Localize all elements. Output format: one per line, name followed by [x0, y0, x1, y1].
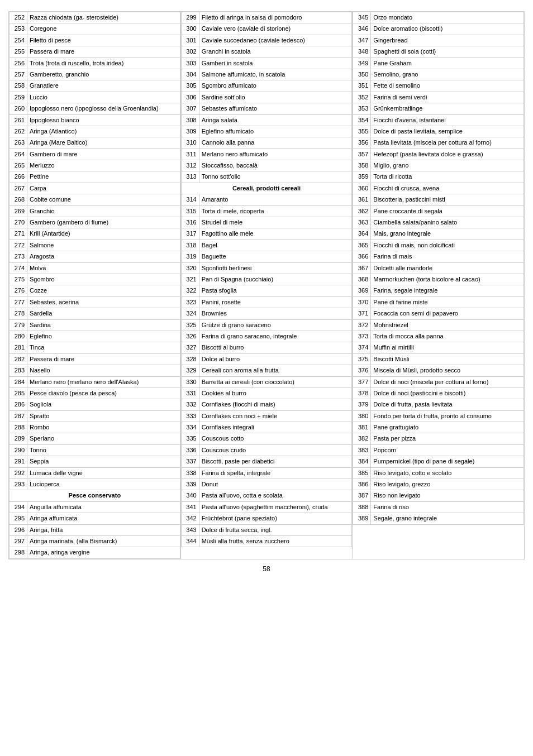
row-label: Aringa marinata, (alla Bismarck) [27, 535, 180, 547]
row-number: 329 [181, 365, 199, 376]
table-row: 301Caviale succedaneo (caviale tedesco) [181, 35, 352, 46]
row-number: 282 [9, 353, 27, 365]
row-number: 359 [353, 171, 371, 183]
row-number: 335 [181, 433, 199, 444]
row-label: Donut [199, 479, 352, 490]
row-label: Riso levigato, cotto e scolato [371, 467, 524, 479]
row-number: 283 [9, 365, 27, 376]
row-number: 280 [9, 331, 27, 342]
table-row: 361Biscotteria, pasticcini misti [353, 194, 524, 205]
row-label: Dolce aromatico (biscotti) [371, 23, 524, 35]
table-row: 314Amaranto [181, 194, 352, 205]
row-label: Sgombro [27, 274, 180, 285]
page-number: 58 [263, 565, 270, 573]
row-label: Cereali con aroma alla frutta [199, 365, 352, 376]
row-number: 286 [9, 399, 27, 410]
row-label: Luccio [27, 92, 180, 103]
table-row: 386Riso levigato, grezzo [353, 479, 524, 490]
row-label: Torta di mocca alla panna [371, 331, 524, 342]
row-label: Dolce di pasta lievitata, semplice [371, 126, 524, 137]
row-number: 322 [181, 285, 199, 296]
row-label: Panini, rosette [199, 296, 352, 308]
row-label: Strudel di mele [199, 217, 352, 228]
row-number: 380 [353, 410, 371, 422]
row-number: 271 [9, 228, 27, 240]
row-label: Aringa (Atlantico) [27, 126, 180, 137]
row-number: 389 [353, 513, 371, 524]
row-number: 356 [353, 137, 371, 149]
table-row: 373Torta di mocca alla panna [353, 331, 524, 342]
row-number: 294 [9, 501, 27, 513]
row-number: 279 [9, 319, 27, 331]
table-row: 323Panini, rosette [181, 296, 352, 308]
table-row: 374Muffin ai mirtilli [353, 342, 524, 353]
row-number: 370 [353, 296, 371, 308]
row-label: Sebastes affumicato [199, 103, 352, 114]
table-row: 288Rombo [9, 422, 180, 433]
table-row: 300Caviale vero (caviale di storione) [181, 23, 352, 35]
row-label: Mais, grano integrale [371, 228, 524, 240]
row-number: 275 [9, 274, 27, 285]
row-label: Pasta all'uovo (spaghettim maccheroni), … [199, 501, 352, 513]
table-row: 344Müsli alla frutta, senza zucchero [181, 535, 352, 547]
row-number: 313 [181, 171, 199, 183]
row-number: 315 [181, 205, 199, 217]
row-number: 296 [9, 524, 27, 535]
row-label: Salmone [27, 240, 180, 251]
row-label: Miscela di Müsli, prodotto secco [371, 365, 524, 376]
row-label: Dolce al burro [199, 353, 352, 365]
table-row: 262Aringa (Atlantico) [9, 126, 180, 137]
row-label: Salmone affumicato, in scatola [199, 69, 352, 80]
table-row: 334Cornflakes integrali [181, 422, 352, 433]
row-label: Cornflakes (fiocchi di mais) [199, 399, 352, 410]
table-row: 305Sgombro affumicato [181, 80, 352, 92]
row-number: 347 [353, 35, 371, 46]
row-label: Sgombro affumicato [199, 80, 352, 92]
row-number: 285 [9, 387, 27, 399]
row-number: 354 [353, 114, 371, 126]
row-label: Pasta lievitata (miscela per cottura al … [371, 137, 524, 149]
row-number: 343 [181, 524, 199, 535]
row-label: Lumaca delle vigne [27, 467, 180, 479]
row-label: Fette di semolino [371, 80, 524, 92]
table-row: 272Salmone [9, 240, 180, 251]
row-label: Biscotteria, pasticcini misti [371, 194, 524, 205]
row-number: 374 [353, 342, 371, 353]
row-number: 344 [181, 535, 199, 547]
row-label: Pane grattugiato [371, 422, 524, 433]
row-label: Pasta per pizza [371, 433, 524, 444]
section-header-cell: Pesce conservato [9, 490, 180, 501]
row-number: 338 [181, 467, 199, 479]
row-label: Aringa, fritta [27, 524, 180, 535]
table-row: 280Eglefino [9, 331, 180, 342]
row-label: Granchi in scatola [199, 46, 352, 58]
table-row: 351Fette di semolino [353, 80, 524, 92]
table-row: 360Fiocchi di crusca, avena [353, 183, 524, 194]
table-row: 329Cereali con aroma alla frutta [181, 365, 352, 376]
row-number: 366 [353, 251, 371, 262]
table-row: 370Pane di farine miste [353, 296, 524, 308]
table-row: 356Pasta lievitata (miscela per cottura … [353, 137, 524, 149]
table-row: 381Pane grattugiato [353, 422, 524, 433]
row-number: 278 [9, 308, 27, 319]
table-row: 382Pasta per pizza [353, 433, 524, 444]
row-label: Dolcetti alle mandorle [371, 262, 524, 274]
row-label: Dolce di noci (pasticcini e biscotti) [371, 387, 524, 399]
table-row: 298Aringa, aringa vergine [9, 547, 180, 558]
row-label: Dolce di frutta secca, ingl. [199, 524, 352, 535]
table-row: 271Krill (Antartide) [9, 228, 180, 240]
row-label: Passera di mare [27, 46, 180, 58]
row-label: Riso non levigato [371, 490, 524, 501]
table-row: 385Riso levigato, cotto e scolato [353, 467, 524, 479]
row-number: 368 [353, 274, 371, 285]
row-label: Ciambella salata/panino salato [371, 217, 524, 228]
row-number: 365 [353, 240, 371, 251]
table-row: 348Spaghetti di soia (cotti) [353, 46, 524, 58]
row-number: 281 [9, 342, 27, 353]
page-footer: 58 [8, 565, 525, 573]
table-row: 354Fiocchi d'avena, istantanei [353, 114, 524, 126]
table-row: 307Sebastes affumicato [181, 103, 352, 114]
table-row: 336Couscous crudo [181, 444, 352, 456]
row-label: Ippoglosso bianco [27, 114, 180, 126]
row-number: 326 [181, 331, 199, 342]
